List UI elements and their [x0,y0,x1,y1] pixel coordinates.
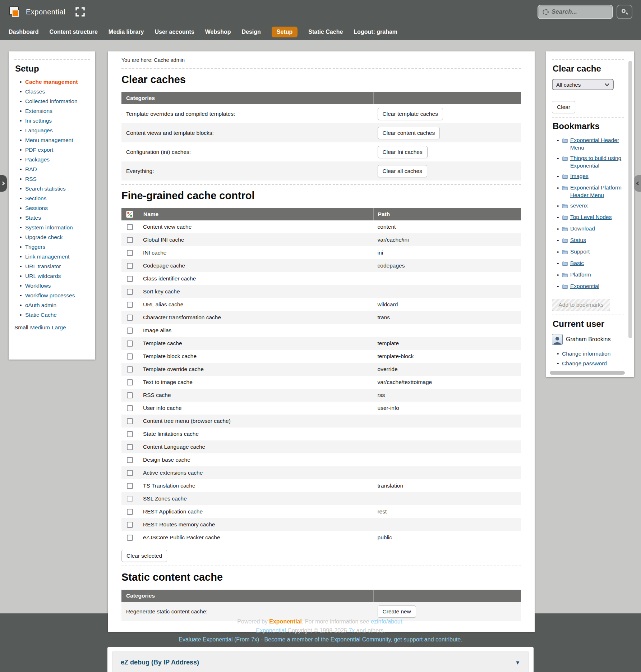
select-all-cell[interactable] [121,208,138,220]
bookmark-link-exponential-platform-header-menu[interactable]: Exponential Platform Header Menu [570,184,624,199]
debug-toggle-link[interactable]: eZ debug (By IP Address) [121,659,199,666]
clear-cache-button[interactable]: Clear [552,101,575,113]
checkbox-rss-cache[interactable] [127,392,133,398]
create-new-button[interactable]: Create new [378,605,416,618]
sidebar-link-extensions[interactable]: Extensions [25,108,52,114]
sidebar-link-url-wildcards[interactable]: URL wildcards [25,273,61,279]
clear-all-caches-button[interactable]: Clear all caches [378,165,427,177]
checkbox-active-extensions-cache[interactable] [127,470,133,476]
sidebar-link-url-translator[interactable]: URL translator [25,263,61,269]
search-button[interactable] [617,5,632,19]
horizontal-scrollbar[interactable] [550,371,625,375]
bookmark-link-exponential-header-menu[interactable]: Exponential Header Menu [570,136,624,151]
sidebar-link-ini-settings[interactable]: Ini settings [25,118,52,124]
debug-panel: eZ debug (By IP Address) ▼ [107,647,534,672]
sidebar-link-classes[interactable]: Classes [25,88,45,95]
table-row: Content views and template blocks:Clear … [121,123,521,142]
checkbox-codepage-cache[interactable] [127,263,133,269]
checkbox-template-block-cache[interactable] [127,353,133,360]
checkbox-class-identifier-cache[interactable] [127,276,133,282]
checkbox-user-info-cache[interactable] [127,405,133,411]
checkbox-content-tree-menu-browser-cache[interactable] [127,418,133,424]
bookmark-link-status[interactable]: Status [570,236,586,244]
bookmark-link-download[interactable]: Download [570,225,595,232]
sidebar-link-upgrade-check[interactable]: Upgrade check [25,234,63,240]
sidebar-item-oauth-admin: oAuth admin [25,302,90,308]
checkbox-content-view-cache[interactable] [127,224,133,230]
bookmark-link-platform[interactable]: Platform [570,271,591,278]
cache-type-select[interactable]: All caches [552,79,614,90]
sidebar-link-packages[interactable]: Packages [25,156,50,163]
sidebar-link-sections[interactable]: Sections [25,195,46,201]
size-link-large[interactable]: Large [52,324,66,330]
footer-link-become-a-member-of-the-exponential-commu[interactable]: Become a member of the Exponential Commu… [264,636,461,643]
sidebar-link-menu-management[interactable]: Menu management [25,137,73,143]
sidebar-link-pdf-export[interactable]: PDF export [25,147,53,153]
footer-link-exponential[interactable]: Exponential [256,627,286,634]
clear-content-caches-button[interactable]: Clear content caches [378,127,440,139]
clear-template-caches-button[interactable]: Clear template caches [378,108,443,120]
checkbox-rest-application-cache[interactable] [127,509,133,515]
sidebar-link-link-management[interactable]: Link management [25,253,69,260]
size-link-medium[interactable]: Medium [30,324,50,330]
sidebar-link-workflow-processes[interactable]: Workflow processes [25,292,75,298]
nav-content-structure[interactable]: Content structure [50,29,98,35]
checkbox-url-alias-cache[interactable] [127,302,133,308]
checkbox-text-to-image-cache[interactable] [127,379,133,385]
checkbox-image-alias[interactable] [127,328,133,334]
nav-design[interactable]: Design [241,29,260,35]
bookmark-link-basic[interactable]: Basic [570,259,584,267]
bookmark-link-support[interactable]: Support [570,248,590,255]
footer-link-evaluate-exponential-from-7x[interactable]: Evaluate Exponential (From 7x) [179,636,259,643]
footer-link-7x[interactable]: 7x [349,627,355,634]
checkbox-ini-cache[interactable] [127,250,133,256]
checkbox-state-limitations-cache[interactable] [127,431,133,437]
checkbox-character-transformation-cache[interactable] [127,315,133,321]
checkbox-design-base-cache[interactable] [127,457,133,463]
user-link-change-password[interactable]: Change password [562,360,607,366]
checkbox-ezjscore-public-packer-cache[interactable] [127,535,133,541]
checkbox-template-override-cache[interactable] [127,366,133,372]
nav-logout-graham[interactable]: Logout: graham [354,29,397,35]
bookmark-link-things-to-build-using-exponential[interactable]: Things to build using Exponential [570,154,624,169]
sidebar-link-cache-management[interactable]: Cache management [25,79,78,85]
bookmark-link-sevenx[interactable]: sevenx [570,202,588,209]
checkbox-ts-translation-cache[interactable] [127,483,133,489]
fullscreen-icon[interactable] [75,7,85,17]
clear-selected-button[interactable]: Clear selected [121,550,167,562]
sidebar-link-triggers[interactable]: Triggers [25,244,45,250]
nav-dashboard[interactable]: Dashboard [9,29,39,35]
sidebar-link-states[interactable]: States [25,215,41,221]
sidebar-link-languages[interactable]: Languages [25,127,53,133]
bookmark-link-top-level-nodes[interactable]: Top Level Nodes [570,213,612,221]
nav-user-accounts[interactable]: User accounts [155,29,194,35]
right-panel-collapse-handle[interactable] [634,175,641,192]
nav-webshop[interactable]: Webshop [205,29,231,35]
checkbox-content-language-cache[interactable] [127,444,133,450]
sidebar-link-oauth-admin[interactable]: oAuth admin [25,302,56,308]
sidebar-link-rad[interactable]: RAD [25,166,37,172]
sidebar-link-workflows[interactable]: Workflows [25,283,51,289]
footer-link-ezinfo-about[interactable]: ezinfo/about [371,618,402,625]
checkbox-global-ini-cache[interactable] [127,237,133,243]
bookmark-link-exponential[interactable]: Exponential [570,282,599,290]
sidebar-link-rss[interactable]: RSS [25,176,37,182]
bookmark-link-images[interactable]: Images [570,172,589,180]
sidebar-link-sessions[interactable]: Sessions [25,205,48,211]
sidebar-link-search-statistics[interactable]: Search statistics [25,186,66,192]
sidebar-link-static-cache[interactable]: Static Cache [25,312,57,318]
nav-static-cache[interactable]: Static Cache [308,29,343,35]
user-link-change-information[interactable]: Change information [562,351,610,357]
debug-collapse-arrow[interactable]: ▼ [515,659,520,666]
sidebar-link-collected-information[interactable]: Collected information [25,98,78,104]
checkbox-rest-routes-memory-cache[interactable] [127,522,133,528]
search-input[interactable]: Search... [538,5,613,19]
left-panel-collapse-handle[interactable] [0,175,7,192]
sidebar-link-system-information[interactable]: System information [25,224,73,230]
nav-setup[interactable]: Setup [272,27,298,37]
checkbox-sort-key-cache[interactable] [127,289,133,295]
checkbox-template-cache[interactable] [127,340,133,347]
clear-ini-caches-button[interactable]: Clear Ini caches [378,146,428,158]
nav-media-library[interactable]: Media library [109,29,144,35]
vertical-scrollbar[interactable] [628,61,632,338]
